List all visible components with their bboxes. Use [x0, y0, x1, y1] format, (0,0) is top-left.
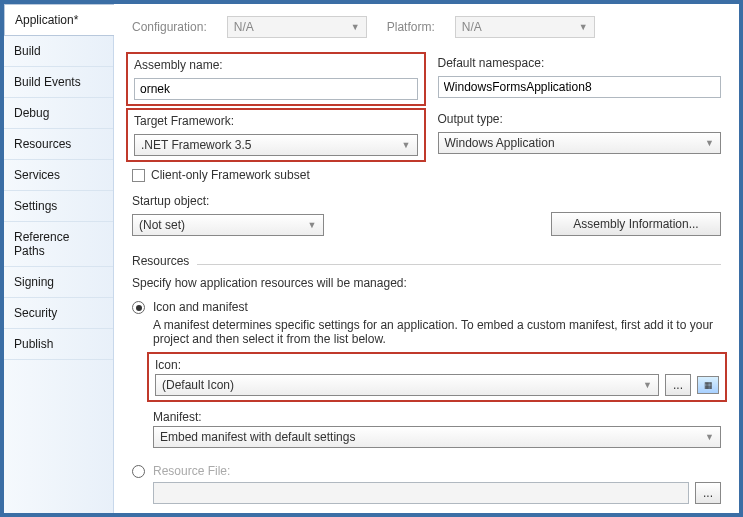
client-subset-checkbox[interactable]: [132, 169, 145, 182]
manifest-select[interactable]: Embed manifest with default settings▼: [153, 426, 721, 448]
manifest-label: Manifest:: [153, 410, 721, 424]
client-subset-label: Client-only Framework subset: [151, 168, 310, 182]
icon-label: Icon:: [155, 358, 719, 372]
icon-preview-icon: ▦: [697, 376, 719, 394]
icon-select[interactable]: (Default Icon)▼: [155, 374, 659, 396]
default-namespace-input[interactable]: [438, 76, 722, 98]
sidebar-item-security[interactable]: Security: [4, 298, 113, 329]
target-framework-label: Target Framework:: [134, 114, 418, 128]
sidebar-item-signing[interactable]: Signing: [4, 267, 113, 298]
chevron-down-icon: ▼: [705, 138, 714, 148]
resource-file-input: [153, 482, 689, 504]
sidebar-item-reference-paths[interactable]: Reference Paths: [4, 222, 113, 267]
target-framework-select[interactable]: .NET Framework 3.5▼: [134, 134, 418, 156]
chevron-down-icon: ▼: [705, 432, 714, 442]
assembly-information-button[interactable]: Assembly Information...: [551, 212, 721, 236]
chevron-down-icon: ▼: [402, 140, 411, 150]
configuration-select: N/A▼: [227, 16, 367, 38]
sidebar: Application* Build Build Events Debug Re…: [4, 4, 114, 513]
icon-manifest-desc: A manifest determines specific settings …: [153, 318, 721, 346]
sidebar-item-settings[interactable]: Settings: [4, 191, 113, 222]
default-namespace-group: Default namespace:: [438, 56, 722, 102]
sidebar-item-application[interactable]: Application*: [4, 4, 114, 36]
sidebar-item-resources[interactable]: Resources: [4, 129, 113, 160]
startup-object-select[interactable]: (Not set)▼: [132, 214, 324, 236]
icon-manifest-label: Icon and manifest: [153, 300, 721, 314]
output-type-select[interactable]: Windows Application▼: [438, 132, 722, 154]
main-panel: Configuration: N/A▼ Platform: N/A▼ Assem…: [114, 4, 739, 513]
configuration-label: Configuration:: [132, 20, 207, 34]
platform-select: N/A▼: [455, 16, 595, 38]
sidebar-item-publish[interactable]: Publish: [4, 329, 113, 360]
sidebar-item-debug[interactable]: Debug: [4, 98, 113, 129]
assembly-name-group: Assembly name:: [126, 52, 426, 106]
startup-object-label: Startup object:: [132, 194, 324, 208]
sidebar-item-build-events[interactable]: Build Events: [4, 67, 113, 98]
assembly-name-input[interactable]: [134, 78, 418, 100]
icon-manifest-radio[interactable]: [132, 301, 145, 314]
chevron-down-icon: ▼: [308, 220, 317, 230]
assembly-name-label: Assembly name:: [134, 58, 418, 72]
resources-desc: Specify how application resources will b…: [132, 276, 721, 290]
resource-file-radio[interactable]: [132, 465, 145, 478]
default-namespace-label: Default namespace:: [438, 56, 722, 70]
chevron-down-icon: ▼: [579, 22, 588, 32]
target-framework-group: Target Framework: .NET Framework 3.5▼: [126, 108, 426, 162]
resources-title: Resources: [132, 254, 189, 268]
output-type-label: Output type:: [438, 112, 722, 126]
chevron-down-icon: ▼: [643, 380, 652, 390]
chevron-down-icon: ▼: [351, 22, 360, 32]
icon-browse-button[interactable]: ...: [665, 374, 691, 396]
resource-file-label: Resource File:: [153, 464, 721, 478]
resource-file-browse-button[interactable]: ...: [695, 482, 721, 504]
sidebar-item-build[interactable]: Build: [4, 36, 113, 67]
output-type-group: Output type: Windows Application▼: [438, 112, 722, 158]
platform-label: Platform:: [387, 20, 435, 34]
sidebar-item-services[interactable]: Services: [4, 160, 113, 191]
